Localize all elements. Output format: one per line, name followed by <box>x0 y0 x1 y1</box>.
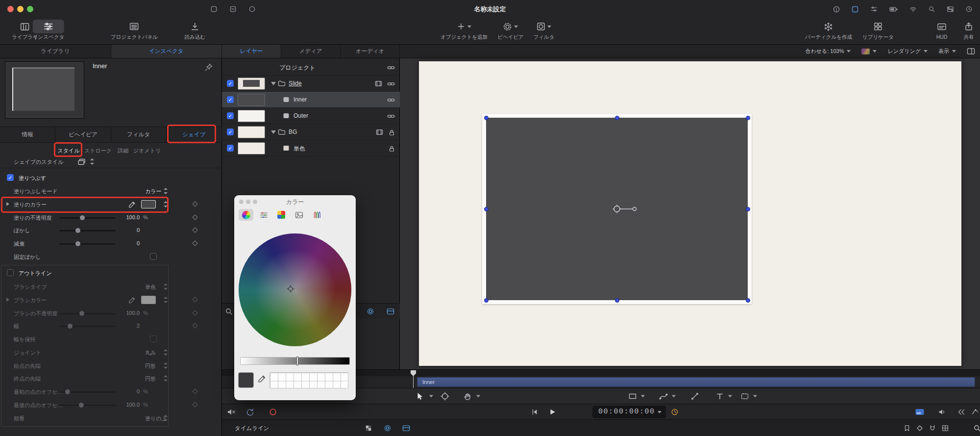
toolbar-behaviors-button[interactable]: ビヘイビア <box>497 20 524 41</box>
keyframe-icon[interactable] <box>917 425 923 431</box>
tab-inspector[interactable]: インスペクタ <box>111 45 222 58</box>
inspector-tab-filters[interactable]: フィルタ <box>111 127 167 142</box>
selection-handle[interactable] <box>484 207 489 211</box>
menubar-status-icon[interactable] <box>833 6 840 13</box>
line-tool-icon[interactable] <box>691 392 699 400</box>
color-wheel-crosshair[interactable] <box>287 285 294 293</box>
select-tool-icon[interactable] <box>416 392 424 400</box>
layer-row-project[interactable]: プロジェクト <box>222 59 400 76</box>
first-offset-slider[interactable] <box>59 391 116 393</box>
toolbar-import-button[interactable]: 読み込む <box>185 20 206 41</box>
keyframe-icon[interactable] <box>192 201 197 206</box>
timeline-pane-toggle-icon[interactable] <box>915 408 925 416</box>
timer-icon[interactable] <box>671 408 679 416</box>
timeline-tab[interactable]: タイムライン <box>235 425 270 432</box>
layer-row-slide[interactable]: Slide <box>222 76 400 92</box>
width-value[interactable]: 2 <box>113 323 140 329</box>
keyframe-icon[interactable] <box>192 402 197 407</box>
keyframe-icon[interactable] <box>192 310 197 315</box>
slider-handle[interactable] <box>80 215 85 220</box>
play-icon[interactable] <box>548 408 556 416</box>
eyedropper-icon[interactable] <box>128 201 136 208</box>
inspector-tab-behaviors[interactable]: ビヘイビア <box>55 127 111 142</box>
rectangle-tool-icon[interactable] <box>628 392 637 400</box>
titlebar-status-icon[interactable] <box>211 6 217 12</box>
subtab-advanced[interactable]: 詳細 <box>118 147 128 154</box>
keyframe-editor-toggle-icon[interactable] <box>957 408 965 415</box>
end-cap-popup[interactable]: 円形 <box>145 375 156 383</box>
selection-handle[interactable] <box>746 116 750 120</box>
chevron-down-icon[interactable] <box>476 395 480 397</box>
popup-stepper-icon[interactable] <box>163 188 169 194</box>
menubar-status-icon[interactable] <box>870 6 878 12</box>
menubar-status-icon[interactable] <box>852 6 858 13</box>
layer-row-bg[interactable]: BG <box>222 124 400 140</box>
selection-handle[interactable] <box>615 116 619 120</box>
brush-opacity-value[interactable]: 100.0 <box>113 310 140 316</box>
keyframe-icon[interactable] <box>192 297 197 302</box>
fill-opacity-value[interactable]: 100.0 <box>113 214 140 220</box>
timeline-track-bar[interactable]: Inner <box>417 377 975 387</box>
menubar-status-icon[interactable] <box>889 6 898 12</box>
start-cap-popup[interactable]: 円形 <box>145 362 156 370</box>
chevron-down-icon[interactable] <box>429 395 433 397</box>
swatch-grid[interactable] <box>270 372 348 388</box>
fill-color-swatch[interactable] <box>141 200 156 208</box>
pin-icon[interactable] <box>205 63 213 71</box>
tab-audio[interactable]: オーディオ <box>341 45 400 58</box>
link-icon[interactable] <box>387 97 395 103</box>
chevron-down-icon[interactable] <box>728 395 732 397</box>
width-slider[interactable] <box>59 326 116 327</box>
slider-handle[interactable] <box>296 357 298 365</box>
mask-tool-icon[interactable] <box>740 392 749 400</box>
link-icon[interactable] <box>387 113 395 119</box>
slider-handle[interactable] <box>75 241 80 246</box>
eyedropper-icon[interactable] <box>128 296 136 304</box>
canvas-area[interactable] <box>400 58 980 369</box>
keyframe-icon[interactable] <box>192 240 197 246</box>
toolbar-share-button[interactable]: 共有 <box>961 20 977 41</box>
color-pencils-mode-button[interactable] <box>309 209 324 221</box>
selection-handle[interactable] <box>746 207 750 211</box>
layer-row-solid[interactable]: 単色 <box>222 140 400 156</box>
panels-icon[interactable] <box>402 425 410 432</box>
feather-slider[interactable] <box>59 230 116 231</box>
go-to-start-icon[interactable] <box>531 408 539 416</box>
popup-stepper-icon[interactable] <box>163 375 169 382</box>
subtab-style[interactable]: スタイル <box>57 147 79 154</box>
layer-row-outer[interactable]: Outer <box>222 108 400 124</box>
last-offset-slider[interactable] <box>59 405 116 406</box>
anchor-point[interactable] <box>612 204 637 214</box>
brush-color-swatch[interactable] <box>141 296 156 304</box>
menubar-status-icon[interactable] <box>966 6 972 12</box>
record-icon[interactable] <box>269 408 277 416</box>
keyframe-icon[interactable] <box>192 388 197 394</box>
checkerboard-icon[interactable] <box>365 425 372 432</box>
toolbar-project-panel-button[interactable]: プロジェクトパネル <box>111 20 158 41</box>
brush-opacity-slider[interactable] <box>59 313 116 314</box>
inspector-tab-info[interactable]: 情報 <box>0 127 55 142</box>
falloff-value[interactable]: 0 <box>113 240 140 246</box>
fill-opacity-slider[interactable] <box>59 217 116 219</box>
link-icon[interactable] <box>387 81 395 87</box>
menubar-status-icon[interactable] <box>909 6 917 12</box>
eyedropper-icon[interactable] <box>258 375 266 383</box>
keyframe-icon[interactable] <box>192 214 197 220</box>
menubar-status-icon[interactable] <box>947 6 954 12</box>
link-icon[interactable] <box>387 65 395 71</box>
gear-icon[interactable] <box>367 308 374 315</box>
popup-stepper-icon[interactable] <box>163 297 169 303</box>
brightness-slider[interactable] <box>240 357 350 365</box>
titlebar-status-icon[interactable] <box>249 6 255 12</box>
slider-handle[interactable] <box>79 311 84 316</box>
toolbar-replicator-button[interactable]: リプリケータ <box>862 20 894 41</box>
selection-handle[interactable] <box>746 298 750 303</box>
bezier-tool-icon[interactable] <box>659 392 668 400</box>
current-color-well[interactable] <box>238 372 254 388</box>
grid-icon[interactable] <box>942 425 949 432</box>
selection-handle[interactable] <box>484 116 489 120</box>
lock-icon[interactable] <box>388 145 395 152</box>
color-palette-mode-button[interactable] <box>274 209 289 221</box>
last-offset-value[interactable]: 100.0 <box>113 402 140 408</box>
disclosure-triangle-icon[interactable] <box>271 82 276 85</box>
